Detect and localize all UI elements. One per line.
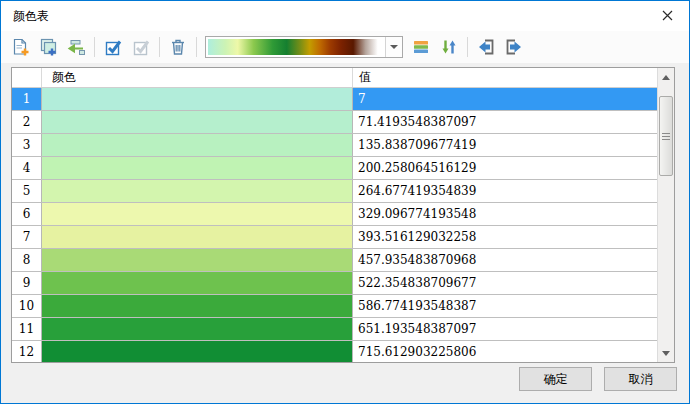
color-swatch[interactable] [42, 226, 353, 248]
value-cell[interactable]: 586.774193548387 [353, 295, 657, 317]
value-cell[interactable]: 393.516129032258 [353, 226, 657, 248]
value-cell[interactable]: 71.4193548387097 [353, 111, 657, 133]
table-row[interactable]: 4 200.258064516129 [12, 157, 657, 180]
trash-icon [168, 37, 188, 57]
titlebar: 颜色表 [1, 1, 689, 31]
toolbar-separator [159, 37, 160, 57]
color-levels-button[interactable] [408, 34, 434, 60]
uncheck-all-icon [131, 37, 151, 57]
color-column-header[interactable]: 颜色 [42, 68, 353, 87]
color-swatch[interactable] [42, 272, 353, 294]
ok-button[interactable]: 确定 [519, 367, 592, 391]
table-row[interactable]: 12 715.612903225806 [12, 341, 657, 362]
duplicate-item-button[interactable] [35, 34, 61, 60]
color-table-dialog: 颜色表 [0, 0, 690, 404]
value-cell[interactable]: 7 [353, 88, 657, 110]
color-swatch[interactable] [42, 180, 353, 202]
toolbar [1, 31, 689, 63]
shift-right-button[interactable] [501, 34, 527, 60]
scroll-up-button[interactable] [658, 68, 674, 86]
color-levels-icon [411, 37, 431, 57]
chevron-down-icon [390, 45, 398, 49]
triangle-up-icon [662, 75, 670, 80]
row-index[interactable]: 9 [12, 272, 42, 294]
row-index[interactable]: 3 [12, 134, 42, 156]
color-swatch[interactable] [42, 203, 353, 225]
colorramp-preview [208, 39, 383, 55]
color-swatch[interactable] [42, 157, 353, 179]
row-index[interactable]: 7 [12, 226, 42, 248]
cancel-button[interactable]: 取消 [604, 367, 677, 391]
duplicate-item-icon [38, 37, 58, 57]
table-body: 1 7 2 71.4193548387097 3 135.83870967741… [12, 88, 657, 362]
shift-left-button[interactable] [473, 34, 499, 60]
grip-icon [662, 133, 670, 140]
triangle-down-icon [662, 351, 670, 356]
delete-button[interactable] [165, 34, 191, 60]
row-index[interactable]: 2 [12, 111, 42, 133]
value-cell[interactable]: 715.612903225806 [353, 341, 657, 362]
table-row[interactable]: 3 135.838709677419 [12, 134, 657, 157]
table-row[interactable]: 2 71.4193548387097 [12, 111, 657, 134]
reverse-order-icon [439, 37, 459, 57]
color-swatch[interactable] [42, 318, 353, 340]
value-cell[interactable]: 522.354838709677 [353, 272, 657, 294]
color-swatch[interactable] [42, 88, 353, 110]
row-index[interactable]: 6 [12, 203, 42, 225]
insert-item-icon [66, 37, 86, 57]
uncheck-all-button[interactable] [128, 34, 154, 60]
value-cell[interactable]: 651.193548387097 [353, 318, 657, 340]
value-cell[interactable]: 457.935483870968 [353, 249, 657, 271]
color-swatch[interactable] [42, 249, 353, 271]
colorramp-dropdown-button[interactable] [385, 37, 402, 57]
table-grid: 颜色 值 1 7 2 71.4193548387097 3 135.838709… [12, 68, 657, 362]
table-row[interactable]: 7 393.516129032258 [12, 226, 657, 249]
arrow-right-icon [504, 37, 524, 57]
corner-header-cell[interactable] [12, 68, 42, 87]
value-cell[interactable]: 135.838709677419 [353, 134, 657, 156]
value-cell[interactable]: 329.096774193548 [353, 203, 657, 225]
table-row[interactable]: 11 651.193548387097 [12, 318, 657, 341]
color-table: 颜色 值 1 7 2 71.4193548387097 3 135.838709… [11, 67, 675, 363]
row-index[interactable]: 11 [12, 318, 42, 340]
value-cell[interactable]: 264.677419354839 [353, 180, 657, 202]
color-swatch[interactable] [42, 111, 353, 133]
check-all-button[interactable] [100, 34, 126, 60]
table-row[interactable]: 10 586.774193548387 [12, 295, 657, 318]
row-index[interactable]: 8 [12, 249, 42, 271]
row-index[interactable]: 1 [12, 88, 42, 110]
footer: 确定 取消 [519, 367, 677, 391]
row-index[interactable]: 4 [12, 157, 42, 179]
table-row[interactable]: 1 7 [12, 88, 657, 111]
toolbar-separator [467, 37, 468, 57]
row-index[interactable]: 10 [12, 295, 42, 317]
insert-item-button[interactable] [63, 34, 89, 60]
table-row[interactable]: 5 264.677419354839 [12, 180, 657, 203]
scrollbar-thumb[interactable] [659, 96, 673, 176]
scroll-down-button[interactable] [658, 344, 674, 362]
table-header: 颜色 值 [12, 68, 657, 88]
arrow-left-icon [476, 37, 496, 57]
new-item-button[interactable] [7, 34, 33, 60]
table-row[interactable]: 9 522.354838709677 [12, 272, 657, 295]
table-row[interactable]: 8 457.935483870968 [12, 249, 657, 272]
table-row[interactable]: 6 329.096774193548 [12, 203, 657, 226]
color-swatch[interactable] [42, 341, 353, 362]
close-icon [662, 10, 673, 21]
reverse-order-button[interactable] [436, 34, 462, 60]
color-swatch[interactable] [42, 295, 353, 317]
color-swatch[interactable] [42, 134, 353, 156]
new-item-icon [10, 37, 30, 57]
toolbar-separator [94, 37, 95, 57]
row-index[interactable]: 5 [12, 180, 42, 202]
value-cell[interactable]: 200.258064516129 [353, 157, 657, 179]
check-all-icon [103, 37, 123, 57]
row-index[interactable]: 12 [12, 341, 42, 362]
dialog-title: 颜色表 [13, 8, 49, 25]
close-button[interactable] [645, 1, 689, 30]
toolbar-separator [196, 37, 197, 57]
value-column-header[interactable]: 值 [353, 68, 657, 87]
vertical-scrollbar[interactable] [657, 68, 674, 362]
colorramp-combobox[interactable] [205, 36, 403, 58]
